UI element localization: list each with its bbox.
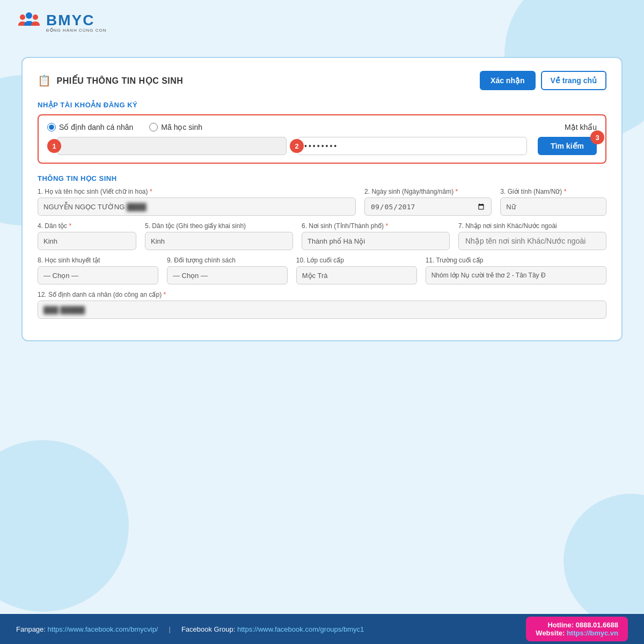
nhap-noi-sinh-input[interactable]: [458, 232, 606, 250]
form-header-buttons: Xác nhận Về trang chủ: [480, 71, 606, 90]
radio-so-dinh-danh-input[interactable]: [47, 123, 56, 131]
so-dinh-danh-field: 12. Số định danh cá nhân (do công an cấp…: [38, 291, 606, 319]
ngay-sinh-input[interactable]: [364, 197, 492, 216]
dan-toc2-select[interactable]: Kinh: [145, 232, 293, 250]
truong-cuoi-cap-label: 11. Trường cuối cấp: [426, 257, 606, 264]
fanpage-label: Fanpage: https://www.facebook.com/bmycvi…: [16, 625, 158, 633]
ngay-sinh-label: 2. Ngày sinh (Ngày/tháng/năm) *: [364, 188, 492, 195]
fb-group-link[interactable]: https://www.facebook.com/groups/bmyc1: [237, 625, 364, 633]
form-title: 📋 PHIẾU THÔNG TIN HỌC SINH: [38, 74, 183, 87]
form-icon: 📋: [38, 74, 52, 87]
fanpage-link[interactable]: https://www.facebook.com/bmycvip/: [48, 625, 158, 633]
lop-cuoi-cap-field: 10. Lớp cuối cấp Mộc Trà: [296, 257, 417, 284]
so-dinh-danh-value: ███ █████: [38, 301, 606, 319]
logo-text: BMYC ĐỒNG HÀNH CÙNG CON: [46, 13, 106, 33]
header: BMYC ĐỒNG HÀNH CÙNG CON: [0, 0, 644, 41]
lop-cuoi-cap-label: 10. Lớp cuối cấp: [296, 257, 417, 264]
info-row-4: 12. Số định danh cá nhân (do công an cấp…: [38, 291, 606, 319]
svg-point-0: [20, 14, 25, 20]
website-info: Website: https://bmyc.vn: [536, 629, 618, 637]
dan-toc-label: 4. Dân tộc *: [38, 222, 136, 230]
noi-sinh-label: 6. Nơi sinh (Tỉnh/Thành phố) *: [302, 222, 450, 230]
form-card: 📋 PHIẾU THÔNG TIN HỌC SINH Xác nhận Về t…: [21, 57, 623, 341]
so-dinh-danh-label: 12. Số định danh cá nhân (do công an cấp…: [38, 291, 606, 298]
xacnhan-button[interactable]: Xác nhận: [480, 71, 535, 90]
dan-toc-select[interactable]: Kinh: [38, 232, 136, 250]
svg-point-2: [33, 14, 38, 20]
radio-ma-hoc-sinh-label: Mã học sinh: [161, 123, 202, 131]
form-header: 📋 PHIẾU THÔNG TIN HỌC SINH Xác nhận Về t…: [38, 71, 606, 90]
login-radio-row: Số định danh cá nhân Mã học sinh Mật khẩ…: [47, 123, 597, 131]
password-wrapper: 2: [297, 137, 527, 155]
radio-so-dinh-danh[interactable]: Số định danh cá nhân: [47, 123, 133, 131]
noi-sinh-field: 6. Nơi sinh (Tỉnh/Thành phố) * Thành phố…: [302, 222, 450, 250]
timkiem-button[interactable]: Tìm kiếm: [538, 137, 597, 155]
radio-ma-hoc-sinh[interactable]: Mã học sinh: [149, 123, 202, 131]
lop-cuoi-cap-value: Mộc Trà: [296, 266, 417, 284]
vetrang-button[interactable]: Về trang chủ: [541, 71, 606, 90]
badge-1: 1: [47, 139, 61, 153]
id-input[interactable]: [57, 137, 287, 155]
badge-3: 3: [590, 130, 604, 144]
logo-sub: ĐỒNG HÀNH CÙNG CON: [46, 28, 106, 33]
dan-toc2-label: 5. Dân tộc (Ghi theo giấy khai sinh): [145, 222, 293, 230]
logo-bmyc: BMYC: [46, 13, 106, 28]
hoc-sinh-khuyet-tat-label: 8. Học sinh khuyết tật: [38, 257, 158, 264]
ho-ten-field: 1. Họ và tên học sinh (Viết chữ in hoa) …: [38, 188, 356, 216]
hotline-info: Hotline: 0888.01.6688: [536, 621, 618, 629]
doi-tuong-chinh-sach-select[interactable]: — Chọn —: [167, 266, 288, 284]
ngay-sinh-field: 2. Ngày sinh (Ngày/tháng/năm) *: [364, 188, 492, 216]
bmyc-logo-icon: [16, 10, 42, 35]
nhap-noi-sinh-field: 7. Nhập nơi sinh Khác/Nước ngoài: [458, 222, 606, 250]
info-row-1: 1. Họ và tên học sinh (Viết chữ in hoa) …: [38, 188, 606, 216]
student-section-label: THÔNG TIN HỌC SINH: [38, 174, 606, 182]
truong-cuoi-cap-value: Nhóm lớp Nụ cười trẻ thơ 2 - Tân Tây Đ: [426, 266, 606, 284]
ho-ten-label: 1. Họ và tên học sinh (Viết chữ in hoa) …: [38, 188, 356, 195]
fb-group-label: Facebook Group: https://www.facebook.com…: [181, 625, 364, 633]
gioi-tinh-field: 3. Giới tính (Nam/Nữ) * Nữ Nam: [500, 188, 606, 216]
login-inputs-row: 1 2 3 Tìm kiếm: [47, 137, 597, 155]
bg-circle-bottom-left: [0, 440, 129, 612]
id-input-wrapper: 1: [57, 137, 287, 155]
gioi-tinh-select[interactable]: Nữ Nam: [500, 197, 606, 216]
login-section-label: NHẬP TÀI KHOẢN ĐĂNG KÝ: [38, 101, 606, 109]
footer: Fanpage: https://www.facebook.com/bmycvi…: [0, 614, 644, 644]
hoc-sinh-khuyet-tat-select[interactable]: — Chọn —: [38, 266, 158, 284]
radio-ma-hoc-sinh-input[interactable]: [149, 123, 158, 131]
doi-tuong-chinh-sach-label: 9. Đối tượng chính sách: [167, 257, 288, 264]
footer-right: Hotline: 0888.01.6688 Website: https://b…: [526, 617, 628, 641]
timkiem-wrapper: 3 Tìm kiếm: [538, 137, 597, 155]
gioi-tinh-label: 3. Giới tính (Nam/Nữ) *: [500, 188, 606, 195]
website-link[interactable]: https://bmyc.vn: [567, 629, 618, 637]
ho-ten-text: NGUYỄN NGỌC TƯỜNG ████: [43, 203, 147, 211]
doi-tuong-chinh-sach-field: 9. Đối tượng chính sách — Chọn —: [167, 257, 288, 284]
hoc-sinh-khuyet-tat-field: 8. Học sinh khuyết tật — Chọn —: [38, 257, 158, 284]
radio-so-dinh-danh-label: Số định danh cá nhân: [59, 123, 133, 131]
nhap-noi-sinh-label: 7. Nhập nơi sinh Khác/Nước ngoài: [458, 222, 606, 230]
ho-ten-value: NGUYỄN NGỌC TƯỜNG ████: [38, 197, 356, 216]
footer-left: Fanpage: https://www.facebook.com/bmycvi…: [16, 625, 364, 633]
student-info-section: THÔNG TIN HỌC SINH 1. Họ và tên học sinh…: [38, 174, 606, 319]
so-dinh-danh-blurred: ███ █████: [43, 306, 85, 314]
logo: BMYC ĐỒNG HÀNH CÙNG CON: [16, 10, 628, 35]
truong-cuoi-cap-field: 11. Trường cuối cấp Nhóm lớp Nụ cười trẻ…: [426, 257, 606, 284]
login-box: Số định danh cá nhân Mã học sinh Mật khẩ…: [38, 114, 606, 164]
info-row-2: 4. Dân tộc * Kinh 5. Dân tộc (Ghi theo g…: [38, 222, 606, 250]
bg-circle-bottom-right: [564, 494, 644, 628]
info-row-3: 8. Học sinh khuyết tật — Chọn — 9. Đối t…: [38, 257, 606, 284]
mat-khau-label: Mật khẩu: [565, 123, 597, 131]
dan-toc-field: 4. Dân tộc * Kinh: [38, 222, 136, 250]
form-title-text: PHIẾU THÔNG TIN HỌC SINH: [57, 76, 184, 86]
dan-toc2-field: 5. Dân tộc (Ghi theo giấy khai sinh) Kin…: [145, 222, 293, 250]
noi-sinh-select[interactable]: Thành phố Hà Nội: [302, 232, 450, 250]
svg-point-1: [26, 12, 32, 19]
badge-2: 2: [290, 139, 304, 153]
password-input[interactable]: [297, 137, 527, 155]
main-content: 📋 PHIẾU THÔNG TIN HỌC SINH Xác nhận Về t…: [0, 41, 644, 352]
